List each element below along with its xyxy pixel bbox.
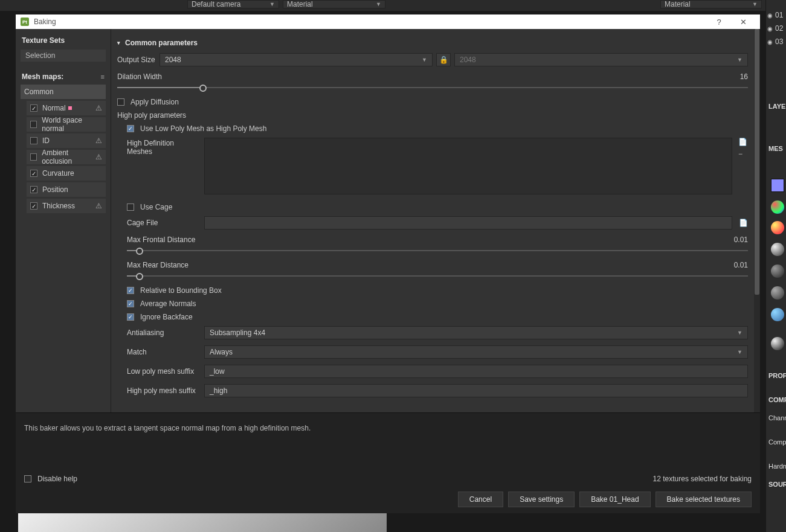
params-scroll[interactable]: ▾ Common parameters Output Size 2048▼ 🔒 …	[111, 29, 760, 412]
use-low-as-high-label: Use Low Poly Mesh as High Poly Mesh	[140, 124, 266, 133]
chevron-down-icon: ▼	[737, 330, 743, 336]
match-dropdown[interactable]: Always▼	[204, 345, 748, 359]
high-suffix-label: High poly mesh suffix	[127, 386, 198, 395]
ignore-backface-checkbox[interactable]	[127, 313, 134, 321]
chevron-down-icon: ▼	[376, 1, 381, 7]
mesh-map-world-space-normal[interactable]: World space normal	[27, 117, 106, 132]
channel-ball-3[interactable]	[771, 243, 784, 256]
dialog-titlebar: Pt Baking ? ✕	[16, 14, 760, 29]
warning-icon: ⚠	[95, 153, 102, 161]
antialiasing-dropdown[interactable]: Subsampling 4x4▼	[204, 326, 748, 339]
save-settings-button[interactable]: Save settings	[508, 492, 575, 507]
high-suffix-input[interactable]: _high	[204, 384, 748, 397]
use-cage-label: Use Cage	[140, 203, 172, 211]
mesh-map-thickness[interactable]: Thickness ⚠	[27, 199, 106, 213]
dilation-width-label: Dilation Width	[117, 72, 162, 81]
channel-ball-1[interactable]	[771, 200, 784, 214]
viewport-preview	[18, 513, 387, 532]
visibility-row-01[interactable]: 01	[767, 11, 783, 19]
chevron-down-icon: ▼	[752, 1, 758, 7]
cancel-button[interactable]: Cancel	[458, 492, 503, 507]
properties-panel-label: PROP	[768, 372, 786, 379]
max-rear-label: Max Rear Distance	[127, 261, 188, 269]
hd-meshes-list[interactable]	[204, 138, 732, 194]
remove-file-icon[interactable]: −	[738, 150, 748, 158]
max-frontal-value: 0.01	[734, 236, 748, 244]
shading-left-label: Material	[287, 0, 313, 8]
common-params-header[interactable]: ▾ Common parameters	[117, 35, 748, 53]
visibility-row-03[interactable]: 03	[767, 37, 783, 46]
ignore-backface-label: Ignore Backface	[140, 313, 193, 321]
hd-meshes-label: High Definition Meshes	[127, 138, 198, 194]
match-label: Match	[127, 348, 198, 356]
status-dot	[68, 106, 72, 110]
relative-bbox-label: Relative to Bounding Box	[140, 286, 222, 295]
visibility-row-02[interactable]: 02	[767, 24, 783, 33]
channel-ball-4[interactable]	[771, 264, 784, 278]
use-low-as-high-checkbox[interactable]	[127, 125, 134, 132]
lock-aspect-button[interactable]: 🔒	[436, 53, 451, 66]
checkbox-icon[interactable]	[30, 186, 37, 193]
camera-dropdown[interactable]: Default camera▼	[187, 0, 279, 8]
output-size-dropdown[interactable]: 2048▼	[159, 53, 433, 66]
high-poly-params-label: High poly parameters	[117, 111, 748, 120]
compare-label: Compa	[768, 438, 786, 446]
dilation-width-value: 16	[740, 72, 748, 81]
apply-diffusion-checkbox[interactable]	[117, 98, 124, 106]
chevron-down-icon: ▼	[737, 57, 743, 63]
dilation-width-slider[interactable]	[117, 83, 748, 92]
shading-right-dropdown[interactable]: Material▼	[660, 0, 762, 8]
channel-ball-7[interactable]	[771, 337, 784, 350]
low-suffix-label: Low poly mesh suffix	[127, 367, 198, 376]
right-dock: 01 02 03 LAYE MES PROP COMP Chann Compa …	[765, 0, 786, 532]
dialog-title: Baking	[34, 18, 56, 26]
cage-file-input[interactable]	[204, 216, 732, 229]
checkbox-icon[interactable]	[30, 170, 37, 177]
app-icon: Pt	[21, 18, 29, 26]
baker-description: This baker allows you to extract a tange…	[24, 424, 752, 432]
use-cage-checkbox[interactable]	[127, 204, 134, 211]
browse-file-icon[interactable]: 📄	[738, 219, 748, 227]
checkbox-icon[interactable]	[30, 121, 37, 128]
mesh-maps-header: Mesh maps:	[22, 72, 63, 81]
channel-ball-6[interactable]	[771, 308, 784, 321]
relative-bbox-checkbox[interactable]	[127, 287, 134, 294]
add-file-icon[interactable]: 📄	[738, 138, 748, 146]
max-rear-slider[interactable]	[127, 272, 748, 280]
close-button[interactable]: ✕	[731, 18, 755, 27]
eye-icon	[767, 11, 773, 19]
channel-swatch-normal[interactable]	[771, 179, 784, 192]
mesh-map-curvature[interactable]: Curvature	[27, 166, 106, 181]
texture-sets-header: Texture Sets	[16, 34, 111, 50]
mesh-maps-settings-icon[interactable]: ≡	[101, 73, 105, 80]
shading-left-dropdown[interactable]: Material▼	[283, 0, 385, 8]
texture-set-selection[interactable]: Selection	[21, 50, 106, 62]
checkbox-icon[interactable]	[30, 153, 37, 161]
checkbox-icon[interactable]	[30, 202, 37, 210]
help-button[interactable]: ?	[707, 18, 731, 27]
checkbox-icon[interactable]	[30, 104, 37, 112]
mesh-map-common[interactable]: Common	[21, 85, 106, 99]
vertical-scrollbar[interactable]	[754, 29, 760, 412]
scrollbar-thumb[interactable]	[755, 29, 759, 295]
chevron-down-icon: ▾	[117, 40, 120, 46]
main-panel: ▾ Common parameters Output Size 2048▼ 🔒 …	[111, 29, 760, 412]
bake-set-button[interactable]: Bake 01_Head	[579, 492, 650, 507]
average-normals-checkbox[interactable]	[127, 300, 134, 307]
source-panel-label: SOUR	[768, 481, 786, 488]
mesh-map-ambient-occlusion[interactable]: Ambient occlusion ⚠	[27, 150, 106, 164]
channel-ball-5[interactable]	[771, 286, 784, 300]
max-frontal-slider[interactable]	[127, 246, 748, 255]
mesh-map-normal[interactable]: Normal ⚠	[27, 101, 106, 115]
output-size-secondary-dropdown[interactable]: 2048▼	[454, 53, 748, 66]
disable-help-checkbox[interactable]	[24, 475, 31, 482]
bake-selected-button[interactable]: Bake selected textures	[656, 492, 752, 507]
mesh-map-id[interactable]: ID ⚠	[27, 133, 106, 148]
mesh-map-position[interactable]: Position	[27, 182, 106, 197]
low-suffix-input[interactable]: _low	[204, 365, 748, 378]
lock-icon: 🔒	[439, 56, 448, 64]
camera-dropdown-label: Default camera	[192, 0, 240, 8]
channel-ball-2[interactable]	[771, 221, 784, 234]
dilation-width-row: Dilation Width 16	[117, 72, 748, 92]
checkbox-icon[interactable]	[30, 137, 37, 144]
